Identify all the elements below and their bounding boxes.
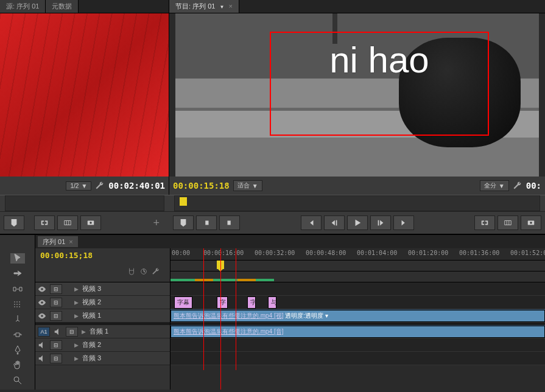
svg-point-1 (90, 222, 92, 224)
lift-button[interactable] (474, 215, 495, 230)
step-back-button[interactable] (324, 215, 345, 230)
go-to-in-button[interactable] (301, 215, 322, 230)
svg-point-3 (530, 222, 532, 224)
slip-tool[interactable] (10, 329, 25, 340)
timeline-tab-sequence[interactable]: 序列 01 × (38, 236, 78, 247)
title-clip[interactable]: 字幕 (174, 296, 192, 309)
zoom-value: 1/2 (70, 183, 79, 189)
go-to-out-button[interactable] (393, 215, 414, 230)
audio-clip[interactable]: 熊本熊告诉泡温泉有些要注意的.mp4 [音] (171, 326, 545, 338)
title-clip[interactable]: 与 (268, 296, 276, 309)
svg-point-4 (17, 353, 18, 354)
track-header-v2[interactable]: ⊟ ▶ 视频 2 (35, 296, 170, 309)
add-marker-button[interactable] (173, 215, 194, 230)
export-frame-button[interactable] (80, 215, 101, 230)
close-icon[interactable]: × (228, 2, 232, 10)
fit-select[interactable]: 适合 ▼ (233, 180, 262, 191)
sync-lock-icon[interactable]: ⊟ (50, 340, 62, 350)
sync-lock-icon[interactable]: ⊟ (66, 327, 78, 337)
track-v2[interactable]: 字幕 字 字 与 (171, 296, 545, 309)
expand-icon[interactable]: ▶ (74, 355, 79, 362)
selection-tool[interactable] (10, 253, 25, 264)
timeline-timecode[interactable]: 00:00:15;18 (40, 251, 165, 260)
title-clip[interactable]: 字 (217, 296, 228, 309)
snap-icon[interactable] (127, 267, 136, 276)
settings-icon[interactable] (152, 267, 160, 276)
wrench-icon[interactable] (95, 181, 105, 191)
svg-point-5 (14, 377, 19, 382)
track-header-a2[interactable]: ⊟ ▶ 音频 2 (35, 338, 170, 352)
source-zoom-select[interactable]: 1/2 ▼ (66, 181, 91, 191)
program-monitor[interactable]: ni hao (175, 13, 539, 177)
close-icon[interactable]: × (69, 238, 72, 245)
speaker-icon[interactable] (38, 341, 46, 349)
sync-lock-icon[interactable]: ⊟ (50, 311, 62, 321)
overwrite-button[interactable] (57, 215, 78, 230)
play-button[interactable] (347, 215, 368, 230)
timeline-ruler[interactable]: 00:00 00:00:16:00 00:00:32:00 00:00:48:0… (171, 248, 545, 261)
work-area-bar[interactable] (171, 261, 545, 271)
hand-tool[interactable] (10, 360, 25, 371)
mark-in-button[interactable] (196, 215, 217, 230)
insert-button[interactable] (34, 215, 55, 230)
chevron-down-icon: ▼ (219, 4, 224, 10)
sync-lock-icon[interactable]: ⊟ (50, 354, 62, 363)
sync-lock-icon[interactable]: ⊟ (50, 298, 62, 307)
expand-icon[interactable]: ▶ (82, 329, 86, 335)
program-timecode[interactable]: 00:00:15:18 (173, 181, 230, 191)
rate-stretch-tool[interactable] (10, 299, 25, 309)
track-header-v1[interactable]: ⊟ ▶ 视频 1 (35, 309, 170, 323)
track-headers: 00:00:15;18 ⊟ ▶ 视频 3 ⊟ (35, 248, 171, 390)
step-forward-button[interactable] (370, 215, 391, 230)
track-v1[interactable]: 熊本熊告诉泡温泉有些要注意的.mp4 [视] 透明度:透明度 ▾ (171, 309, 545, 323)
wrench-icon[interactable] (513, 181, 522, 191)
title-bounding-box[interactable]: ni hao (270, 32, 489, 136)
resolution-select[interactable]: 全分 ▼ (480, 180, 509, 191)
eye-icon[interactable] (38, 298, 46, 307)
title-text: ni hao (329, 39, 429, 81)
extract-button[interactable] (498, 215, 518, 230)
tab-program-sequence[interactable]: 节目: 序列 01 ▼ × (169, 0, 239, 13)
track-select-tool[interactable] (10, 268, 25, 279)
razor-tool[interactable] (10, 314, 25, 324)
playhead-line[interactable] (220, 248, 221, 390)
tab-source-sequence[interactable]: 源: 序列 01 (0, 0, 46, 13)
track-a2[interactable] (171, 338, 545, 352)
expand-icon[interactable]: ▶ (74, 313, 79, 319)
tab-metadata[interactable]: 元数据 (46, 0, 79, 13)
marker-icon[interactable] (139, 267, 148, 276)
track-header-v3[interactable]: ⊟ ▶ 视频 3 (35, 282, 170, 296)
program-controls: 00:00:15:18 适合 ▼ 全分 ▼ 00: (169, 177, 545, 195)
track-header-a1[interactable]: A1 ⊟ ▶ 音频 1 (35, 325, 170, 338)
tracks-area[interactable]: 00:00 00:00:16:00 00:00:32:00 00:00:48:0… (171, 248, 545, 390)
source-time-ruler[interactable] (0, 195, 169, 212)
add-button[interactable]: + (147, 217, 166, 229)
eye-icon[interactable] (38, 312, 46, 320)
chevron-down-icon: ▼ (252, 183, 258, 189)
export-frame-button[interactable] (521, 215, 541, 230)
track-v3[interactable] (171, 282, 545, 296)
sync-lock-icon[interactable]: ⊟ (50, 284, 62, 294)
ripple-edit-tool[interactable] (10, 284, 25, 294)
source-monitor[interactable] (0, 13, 169, 177)
video-clip[interactable]: 熊本熊告诉泡温泉有些要注意的.mp4 [视] 透明度:透明度 ▾ (171, 310, 545, 322)
eye-icon[interactable] (38, 285, 46, 293)
mark-out-button[interactable] (219, 215, 240, 230)
expand-icon[interactable]: ▶ (74, 342, 79, 348)
expand-icon[interactable]: ▶ (74, 286, 79, 292)
speaker-icon[interactable] (54, 327, 62, 336)
program-transport (169, 212, 545, 234)
track-header-a3[interactable]: ⊟ ▶ 音频 3 (35, 352, 170, 365)
zoom-tool[interactable] (10, 376, 25, 386)
program-duration: 00: (526, 181, 541, 191)
speaker-icon[interactable] (38, 354, 46, 363)
playhead-marker[interactable] (180, 197, 187, 206)
add-marker-button[interactable] (4, 215, 24, 230)
a1-source-patch[interactable]: A1 (38, 327, 50, 337)
pen-tool[interactable] (10, 345, 25, 355)
track-a1[interactable]: 熊本熊告诉泡温泉有些要注意的.mp4 [音] (171, 325, 545, 338)
track-a3[interactable] (171, 352, 545, 365)
title-clip[interactable]: 字 (247, 296, 256, 309)
program-time-ruler[interactable] (169, 195, 545, 212)
expand-icon[interactable]: ▶ (74, 299, 79, 306)
